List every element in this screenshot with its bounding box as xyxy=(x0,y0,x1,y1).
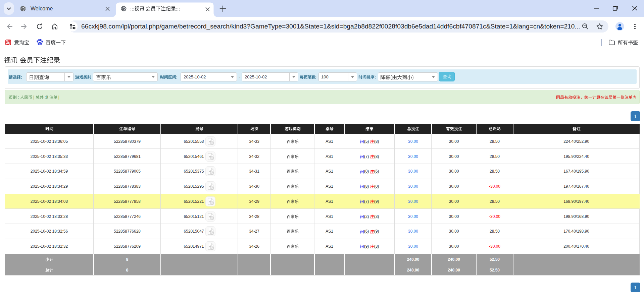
svg-text:du: du xyxy=(39,43,41,45)
